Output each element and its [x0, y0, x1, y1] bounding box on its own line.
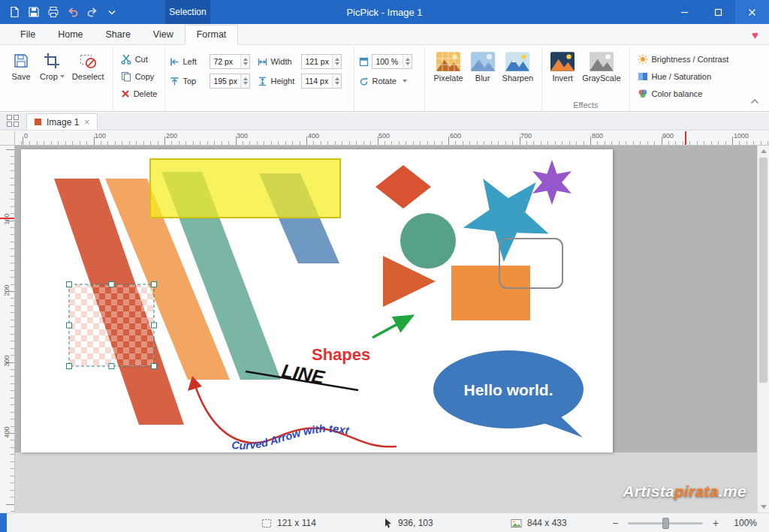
color-balance-label: Color balance: [652, 89, 703, 98]
sharpen-thumbnail-icon: [505, 52, 529, 71]
left-spinner-arrows[interactable]: [240, 55, 249, 68]
tab-share[interactable]: Share: [95, 26, 142, 44]
hue-saturation-button[interactable]: Hue / Saturation: [635, 69, 732, 84]
crop-icon: [43, 52, 61, 70]
copy-icon: [121, 71, 131, 82]
image-page[interactable]: Shapes LINE Curved Arrow with text Hello…: [21, 149, 613, 452]
cut-scissors-icon: [121, 54, 131, 65]
minimize-button[interactable]: [668, 0, 701, 24]
pixelate-button[interactable]: Pixelate: [430, 48, 466, 83]
heart-icon[interactable]: ♥: [752, 29, 758, 41]
quick-access-toolbar: [6, 0, 120, 24]
rotate-button[interactable]: Rotate: [359, 74, 412, 89]
zoom-out-button[interactable]: −: [610, 517, 620, 529]
collapse-ribbon-icon[interactable]: [748, 96, 761, 107]
scale-icon: [359, 57, 369, 67]
height-input[interactable]: 114 px: [301, 74, 342, 89]
qat-more-icon[interactable]: [104, 4, 120, 20]
delete-x-icon: [121, 89, 130, 98]
zoom-slider[interactable]: [628, 522, 703, 524]
color-balance-icon: [638, 89, 648, 99]
tab-format[interactable]: Format: [185, 25, 239, 45]
deselect-label: Deselect: [72, 72, 104, 81]
horizontal-ruler: 0 100 200 300 400 500 600 700 800 900 10…: [15, 131, 769, 146]
left-input[interactable]: 72 px: [210, 54, 250, 69]
effects-group-label: Effects: [542, 101, 629, 110]
zoom-controls: − + 100%: [610, 513, 757, 532]
window-controls: [668, 0, 769, 24]
ribbon-group-selection-actions: Save Crop Deselect: [2, 47, 113, 111]
scroll-up-icon[interactable]: [758, 146, 769, 157]
tab-view[interactable]: View: [142, 26, 185, 44]
redo-icon[interactable]: [84, 4, 101, 20]
titlebar: Selection PicPick - Image 1: [0, 0, 769, 24]
width-label: Width: [270, 57, 298, 66]
grayscale-button[interactable]: GrayScale: [578, 48, 624, 83]
scale-input[interactable]: 100 %: [372, 54, 412, 69]
blur-button[interactable]: Blur: [467, 48, 499, 83]
invert-button[interactable]: Invert: [547, 48, 578, 83]
new-file-icon[interactable]: [6, 4, 23, 20]
context-tab-selection[interactable]: Selection: [165, 0, 210, 24]
height-label: Height: [270, 77, 298, 86]
top-input[interactable]: 195 px: [210, 74, 250, 89]
thumbnail-view-icon[interactable]: [7, 115, 20, 128]
orange-rectangle: [451, 266, 530, 320]
image-canvas[interactable]: Shapes LINE Curved Arrow with text Hello…: [21, 149, 613, 452]
sharpen-label: Sharpen: [502, 74, 534, 83]
top-spinner-arrows[interactable]: [240, 74, 249, 88]
document-tab-bar: Image 1 ×: [0, 113, 769, 131]
top-position-icon: [170, 77, 179, 86]
width-spinner-arrows[interactable]: [332, 55, 341, 68]
tab-home[interactable]: Home: [47, 26, 94, 44]
statusbar: 121 x 114 936, 103 844 x 433 − + 100%: [0, 512, 769, 532]
zoom-slider-thumb[interactable]: [662, 518, 669, 529]
curved-arrow-text: Curved Arrow with text: [231, 422, 351, 452]
deselect-button[interactable]: Deselect: [68, 48, 108, 81]
cut-label: Cut: [135, 55, 148, 64]
pixelate-thumbnail-icon: [436, 52, 460, 71]
sharpen-button[interactable]: Sharpen: [499, 48, 538, 83]
scale-spinner-arrows[interactable]: [403, 55, 412, 68]
brightness-sun-icon: [638, 54, 648, 65]
watermark: Artistapirata.me: [623, 482, 746, 500]
undo-icon[interactable]: [65, 4, 81, 20]
scrollbar-thumb[interactable]: [759, 158, 767, 383]
cut-button[interactable]: Cut: [118, 52, 161, 67]
zoom-in-button[interactable]: +: [710, 517, 721, 529]
green-arrow: [372, 316, 412, 338]
copy-button[interactable]: Copy: [118, 69, 161, 84]
crop-dropdown-icon: [60, 75, 65, 78]
invert-thumbnail-icon: [550, 52, 574, 71]
maximize-button[interactable]: [701, 0, 735, 24]
workspace: 0 100 200 300 400 500 600 700 800 900 10…: [0, 131, 769, 512]
tab-file[interactable]: File: [9, 26, 47, 44]
crop-label: Crop: [40, 72, 58, 81]
print-icon[interactable]: [45, 4, 62, 20]
save-button[interactable]: Save: [6, 48, 36, 81]
copy-label: Copy: [135, 72, 155, 81]
close-button[interactable]: [735, 0, 769, 24]
ribbon-tab-bar: File Home Share View Format ♥: [0, 24, 769, 45]
delete-button[interactable]: Delete: [118, 86, 161, 101]
brightness-contrast-button[interactable]: Brightness / Contrast: [635, 52, 732, 67]
ribbon-group-scale-rotate: 100 % Rotate: [354, 47, 425, 111]
ribbon-group-adjustments: Brightness / Contrast Hue / Saturation C…: [630, 47, 737, 111]
tab-close-icon[interactable]: ×: [84, 118, 89, 127]
image-size-indicator: 844 x 433: [511, 513, 567, 532]
width-input[interactable]: 121 px: [301, 54, 342, 69]
rotate-dropdown-icon: [403, 80, 407, 83]
canvas-area[interactable]: Shapes LINE Curved Arrow with text Hello…: [15, 146, 757, 512]
yellow-rectangle: [150, 159, 340, 218]
green-circle: [400, 213, 456, 269]
grayscale-label: GrayScale: [582, 74, 620, 83]
crop-button[interactable]: Crop: [36, 48, 68, 81]
save-icon[interactable]: [26, 4, 42, 20]
six-point-star: [532, 160, 571, 205]
document-tab-image1[interactable]: Image 1 ×: [26, 113, 98, 130]
scroll-down-icon[interactable]: [758, 501, 769, 512]
height-spinner-arrows[interactable]: [332, 74, 341, 88]
color-balance-button[interactable]: Color balance: [635, 86, 732, 101]
vertical-scrollbar[interactable]: [757, 146, 769, 512]
window-title: PicPick - Image 1: [225, 0, 544, 24]
